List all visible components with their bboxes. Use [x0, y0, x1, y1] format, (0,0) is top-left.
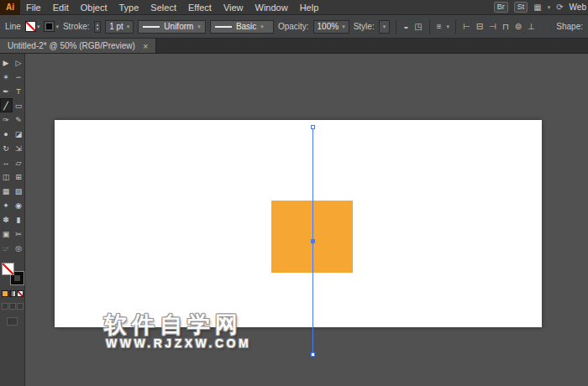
- sync-status-icon[interactable]: ⟳: [556, 3, 563, 12]
- illustrator-window: Ai File Edit Object Type Select Effect V…: [0, 0, 588, 386]
- screen-mode-button[interactable]: [7, 317, 18, 326]
- opacity-value: 100%: [318, 22, 339, 31]
- paint-mode-buttons: [2, 290, 24, 297]
- align-center-icon[interactable]: ⊟: [475, 22, 484, 31]
- main-area: ▶ ▷ ✶ ∽ ✒ T ╱ ▭ ✑ ✎ ● ◪ ↻ ⇲ ↔ ▱ ◫ ⊞ ▦ ▧: [0, 54, 588, 386]
- chevron-down-icon[interactable]: ▾: [37, 23, 40, 30]
- document-tab-bar: Untitled-2* @ 50% (RGB/Preview) ×: [0, 39, 588, 54]
- menu-window[interactable]: Window: [249, 0, 294, 14]
- eyedropper-tool[interactable]: ✦: [0, 198, 13, 212]
- style-label: Style:: [354, 22, 375, 31]
- width-profile-dropdown[interactable]: Uniform ▾: [138, 20, 206, 34]
- blend-tool[interactable]: ◉: [13, 198, 25, 212]
- menu-view[interactable]: View: [218, 0, 249, 14]
- menu-file[interactable]: File: [20, 0, 47, 14]
- line-segment-tool[interactable]: ╱: [0, 98, 13, 112]
- align-bottom-icon[interactable]: ⊥: [527, 22, 536, 31]
- stroke-width-input[interactable]: 1 pt ▾: [105, 20, 134, 34]
- isolation-mode-icon[interactable]: ◳: [413, 22, 423, 31]
- watermark-url: WWW.RJZXW.COM: [106, 336, 251, 350]
- pen-tool[interactable]: ✒: [0, 84, 13, 98]
- chevron-down-icon[interactable]: ▾: [447, 23, 450, 30]
- type-tool[interactable]: T: [13, 84, 25, 98]
- tab-close-icon[interactable]: ×: [143, 42, 148, 50]
- perspective-grid-tool[interactable]: ⊞: [13, 170, 25, 184]
- selection-tool[interactable]: ▶: [0, 55, 13, 70]
- fill-none-swatch[interactable]: [25, 21, 36, 32]
- align-top-icon[interactable]: ⊓: [501, 22, 510, 31]
- rectangle-tool[interactable]: ▭: [13, 98, 25, 112]
- chevron-down-icon[interactable]: ▾: [342, 23, 345, 30]
- style-dropdown[interactable]: ▾: [379, 20, 391, 34]
- stroke-width-stepper[interactable]: ▴ ▾: [94, 21, 102, 33]
- menu-select[interactable]: Select: [144, 0, 182, 14]
- zoom-tool[interactable]: ◎: [13, 241, 25, 255]
- fill-color-dropdown[interactable]: ▾: [25, 21, 40, 32]
- menu-object[interactable]: Object: [75, 0, 113, 14]
- align-middle-icon[interactable]: ⊜: [514, 22, 522, 31]
- anchor-point-bottom[interactable]: [311, 352, 315, 357]
- brush-definition-dropdown[interactable]: Basic ▾: [210, 20, 274, 34]
- recolor-artwork-icon[interactable]: ◒: [402, 22, 409, 31]
- slice-tool[interactable]: ✂: [13, 227, 25, 241]
- scale-tool[interactable]: ⇲: [13, 141, 25, 155]
- paintbrush-tool[interactable]: ✑: [0, 112, 13, 127]
- color-button[interactable]: [2, 290, 8, 297]
- stock-button[interactable]: St: [514, 2, 528, 13]
- menu-bar: Ai File Edit Object Type Select Effect V…: [0, 0, 588, 15]
- divider: [429, 19, 430, 34]
- gradient-button[interactable]: [9, 290, 16, 297]
- blob-brush-tool[interactable]: ●: [0, 127, 13, 141]
- direct-selection-tool[interactable]: ▷: [13, 55, 25, 70]
- app-logo[interactable]: Ai: [0, 0, 20, 15]
- chevron-down-icon[interactable]: ▾: [548, 4, 551, 11]
- bridge-button[interactable]: Br: [494, 2, 508, 13]
- shape-builder-tool[interactable]: ◫: [0, 170, 13, 184]
- stepper-down-icon[interactable]: ▾: [97, 27, 99, 31]
- column-graph-tool[interactable]: ▮: [13, 212, 25, 227]
- stroke-color-swatch[interactable]: [44, 21, 55, 32]
- document-tab-title: Untitled-2* @ 50% (RGB/Preview): [8, 41, 135, 50]
- menu-type[interactable]: Type: [113, 0, 145, 14]
- magic-wand-tool[interactable]: ✶: [0, 70, 13, 84]
- anchor-point-center[interactable]: [311, 239, 315, 243]
- document-tab[interactable]: Untitled-2* @ 50% (RGB/Preview) ×: [0, 39, 156, 53]
- divider: [396, 19, 396, 34]
- mesh-tool[interactable]: ▦: [0, 184, 13, 198]
- fill-color-indicator[interactable]: [2, 263, 14, 275]
- workspace-switcher[interactable]: Web: [570, 3, 586, 12]
- artboard-tool[interactable]: ▣: [0, 227, 13, 241]
- rotate-tool[interactable]: ↻: [0, 141, 13, 155]
- select-menu-icon[interactable]: ≡: [436, 22, 443, 31]
- align-left-icon[interactable]: ⊢: [462, 22, 471, 31]
- opacity-input[interactable]: 100% ▾: [313, 20, 349, 34]
- chevron-down-icon[interactable]: ▾: [55, 23, 59, 30]
- align-right-icon[interactable]: ⊣: [488, 22, 497, 31]
- arrange-documents-icon[interactable]: ▦: [533, 3, 541, 12]
- width-tool[interactable]: ↔: [0, 155, 13, 170]
- pencil-tool[interactable]: ✎: [13, 112, 25, 127]
- hand-tool[interactable]: ☞: [0, 241, 13, 255]
- chevron-down-icon[interactable]: ▾: [127, 23, 130, 30]
- draw-inside-button[interactable]: [17, 303, 24, 310]
- draw-normal-button[interactable]: [2, 303, 8, 310]
- chevron-down-icon[interactable]: ▾: [260, 23, 264, 30]
- chevron-down-icon[interactable]: ▾: [383, 23, 386, 30]
- menu-help[interactable]: Help: [294, 0, 325, 14]
- stroke-color-dropdown[interactable]: ▾: [44, 21, 59, 32]
- lasso-tool[interactable]: ∽: [13, 70, 25, 84]
- brush-preview: [215, 26, 232, 28]
- stroke-black-swatch: [46, 23, 52, 29]
- menu-effect[interactable]: Effect: [182, 0, 218, 14]
- eraser-tool[interactable]: ◪: [13, 127, 25, 141]
- menu-edit[interactable]: Edit: [47, 0, 75, 14]
- symbol-sprayer-tool[interactable]: ✽: [0, 212, 13, 227]
- canvas-area[interactable]: 软件自学网 WWW.RJZXW.COM: [25, 54, 588, 386]
- anchor-point-top[interactable]: [311, 125, 315, 129]
- chevron-down-icon[interactable]: ▾: [197, 23, 201, 30]
- control-bar: Line ▾ ▾ Stroke: ▴ ▾ 1 pt ▾ Uniform ▾ Ba…: [0, 15, 588, 39]
- draw-behind-button[interactable]: [9, 303, 16, 310]
- none-button[interactable]: [17, 290, 24, 297]
- free-transform-tool[interactable]: ▱: [13, 155, 25, 170]
- gradient-tool[interactable]: ▧: [13, 184, 25, 198]
